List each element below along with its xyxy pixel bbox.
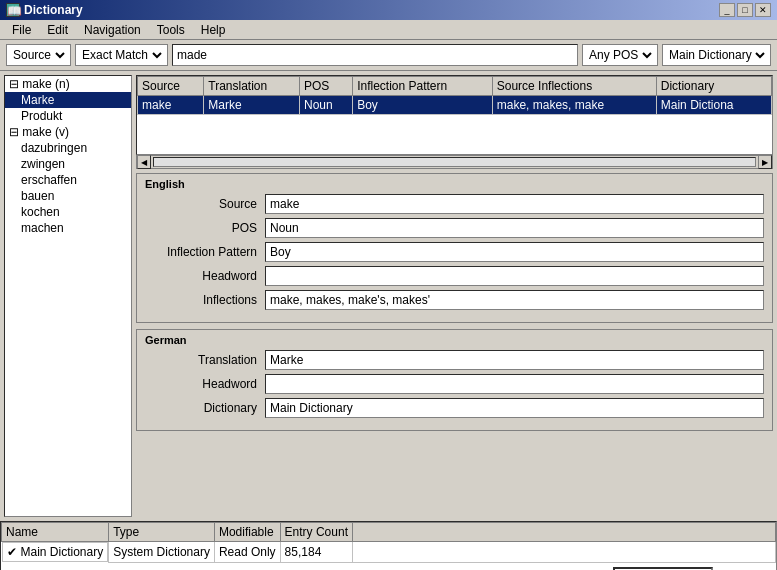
menu-file[interactable]: File	[4, 21, 39, 39]
col-pos[interactable]: POS	[300, 77, 353, 96]
source-value: make	[265, 194, 764, 214]
col-entry-count[interactable]: Entry Count	[280, 523, 352, 542]
close-button[interactable]: ✕	[755, 3, 771, 17]
pos-label: POS	[145, 221, 265, 235]
match-select[interactable]: Exact Match	[78, 47, 165, 63]
main-area: ⊟ make (n) Marke Produkt ⊟ make (v) dazu…	[0, 71, 777, 521]
col-modifiable[interactable]: Modifiable	[214, 523, 280, 542]
cell-translation: Marke	[204, 96, 300, 115]
cell-dictionary: Main Dictiona	[656, 96, 771, 115]
check-icon: ✔	[7, 545, 17, 559]
tree-item-kochen[interactable]: kochen	[5, 204, 131, 220]
col-inflection-pattern[interactable]: Inflection Pattern	[353, 77, 493, 96]
headword-de-label: Headword	[145, 377, 265, 391]
inflection-pattern-value: Boy	[265, 242, 764, 262]
tree-item-make-v[interactable]: ⊟ make (v)	[5, 124, 131, 140]
app-icon: 📖	[6, 3, 20, 17]
tree-panel: ⊟ make (n) Marke Produkt ⊟ make (v) dazu…	[4, 75, 132, 517]
translation-label: Translation	[145, 353, 265, 367]
dictionary-select[interactable]: Main Dictionary	[665, 47, 768, 63]
tree-item-machen[interactable]: machen	[5, 220, 131, 236]
tree-item-marke[interactable]: Marke	[5, 92, 131, 108]
tree-item-zwingen[interactable]: zwingen	[5, 156, 131, 172]
headword-en-value	[265, 266, 764, 286]
menu-edit[interactable]: Edit	[39, 21, 76, 39]
pos-select[interactable]: Any POS	[585, 47, 655, 63]
source-label: Source	[145, 197, 265, 211]
col-name[interactable]: Name	[2, 523, 109, 542]
pos-select-box[interactable]: Any POS	[582, 44, 658, 66]
right-panel: Source Translation POS Inflection Patter…	[136, 75, 773, 517]
titlebar-left: 📖 Dictionary	[6, 3, 83, 17]
results-table: Source Translation POS Inflection Patter…	[137, 76, 772, 115]
results-table-wrap: Source Translation POS Inflection Patter…	[136, 75, 773, 155]
toolbar: Source Exact Match Any POS Main Dictiona…	[0, 40, 777, 71]
menubar: File Edit Navigation Tools Help	[0, 20, 777, 40]
headword-en-row: Headword	[145, 266, 764, 286]
headword-de-row: Headword	[145, 374, 764, 394]
titlebar-controls: _ □ ✕	[719, 3, 771, 17]
source-select-box[interactable]: Source	[6, 44, 71, 66]
english-group: English Source make POS Noun Inflection …	[136, 173, 773, 323]
menu-tools[interactable]: Tools	[149, 21, 193, 39]
tree-item-dazubringen[interactable]: dazubringen	[5, 140, 131, 156]
dictionary-row: Dictionary Main Dictionary	[145, 398, 764, 418]
scroll-right-button[interactable]: ▶	[758, 155, 772, 169]
bottom-table-row[interactable]: ✔ Main Dictionary System Dictionary Read…	[2, 542, 776, 563]
cell-source-inflections: make, makes, make	[492, 96, 656, 115]
cell-type: System Dictionary	[109, 542, 215, 563]
table-row[interactable]: make Marke Noun Boy make, makes, make Ma…	[138, 96, 772, 115]
english-group-title: English	[145, 178, 764, 190]
inflections-value: make, makes, make's, makes'	[265, 290, 764, 310]
headword-de-value	[265, 374, 764, 394]
cell-source: make	[138, 96, 204, 115]
headword-en-label: Headword	[145, 269, 265, 283]
pos-row: POS Noun	[145, 218, 764, 238]
tree-item-make-n[interactable]: ⊟ make (n)	[5, 76, 131, 92]
col-translation[interactable]: Translation	[204, 77, 300, 96]
dictionary-value: Main Dictionary	[265, 398, 764, 418]
inflections-row: Inflections make, makes, make's, makes'	[145, 290, 764, 310]
cell-pos: Noun	[300, 96, 353, 115]
tree-item-produkt[interactable]: Produkt	[5, 108, 131, 124]
tree-item-bauen[interactable]: bauen	[5, 188, 131, 204]
inflection-pattern-row: Inflection Pattern Boy	[145, 242, 764, 262]
match-select-box[interactable]: Exact Match	[75, 44, 168, 66]
col-filler	[352, 523, 775, 542]
bottom-table-wrap: Name Type Modifiable Entry Count ✔ Main …	[0, 521, 777, 570]
translation-value: Marke	[265, 350, 764, 370]
titlebar-title: Dictionary	[24, 3, 83, 17]
dictionary-label: Dictionary	[145, 401, 265, 415]
scroll-left-button[interactable]: ◀	[137, 155, 151, 169]
minimize-button[interactable]: _	[719, 3, 735, 17]
cell-name: ✔ Main Dictionary	[2, 542, 109, 562]
search-input[interactable]	[172, 44, 578, 66]
cell-entry-count: 85,184	[280, 542, 352, 563]
col-source[interactable]: Source	[138, 77, 204, 96]
cell-modifiable: Read Only	[214, 542, 280, 563]
tree-item-erschaffen[interactable]: erschaffen	[5, 172, 131, 188]
detail-panel: English Source make POS Noun Inflection …	[136, 173, 773, 517]
source-select[interactable]: Source	[9, 47, 68, 63]
col-dictionary[interactable]: Dictionary	[656, 77, 771, 96]
bottom-table: Name Type Modifiable Entry Count ✔ Main …	[1, 522, 776, 563]
hscroll-track[interactable]	[153, 157, 756, 167]
col-type[interactable]: Type	[109, 523, 215, 542]
menu-help[interactable]: Help	[193, 21, 234, 39]
german-group: German Translation Marke Headword Dictio…	[136, 329, 773, 431]
source-row: Source make	[145, 194, 764, 214]
col-source-inflections[interactable]: Source Inflections	[492, 77, 656, 96]
inflections-label: Inflections	[145, 293, 265, 307]
pos-value: Noun	[265, 218, 764, 238]
inflection-pattern-label: Inflection Pattern	[145, 245, 265, 259]
cell-filler	[352, 542, 775, 563]
maximize-button[interactable]: □	[737, 3, 753, 17]
titlebar: 📖 Dictionary _ □ ✕	[0, 0, 777, 20]
translation-row: Translation Marke	[145, 350, 764, 370]
german-group-title: German	[145, 334, 764, 346]
table-hscrollbar[interactable]: ◀ ▶	[136, 155, 773, 169]
menu-navigation[interactable]: Navigation	[76, 21, 149, 39]
cell-inflection-pattern: Boy	[353, 96, 493, 115]
dictionary-select-box[interactable]: Main Dictionary	[662, 44, 771, 66]
